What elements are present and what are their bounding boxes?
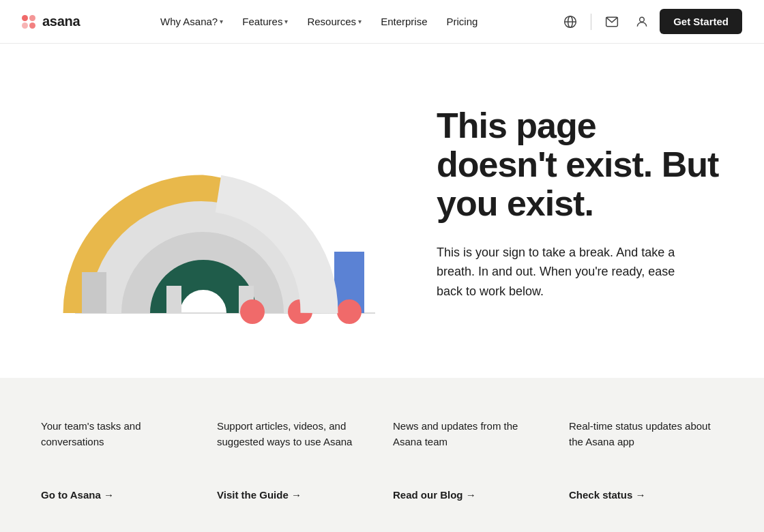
nav-link-resources[interactable]: Resources ▾: [299, 10, 370, 33]
error-text-section: This page doesn't exist. But you exist. …: [396, 106, 723, 301]
nav-divider: [591, 14, 591, 30]
footer-card-1: Support articles, videos, and suggested …: [217, 419, 371, 501]
nav-link-pricing[interactable]: Pricing: [439, 10, 486, 33]
footer-desc-3: Real-time status updates about the Asana…: [569, 419, 723, 449]
nav-right: Get Started: [558, 9, 742, 34]
footer-card-2: News and updates from the Asana team Rea…: [393, 419, 547, 501]
mail-button[interactable]: [600, 10, 624, 34]
footer-grid: Your team's tasks and conversations Go t…: [41, 419, 723, 501]
logo-dot-tl: [22, 15, 28, 21]
get-started-button[interactable]: Get Started: [660, 9, 742, 34]
pillar-left: [82, 272, 106, 313]
footer-section: Your team's tasks and conversations Go t…: [0, 378, 764, 532]
navbar: asana Why Asana? ▾ Features ▾ Resources …: [0, 0, 764, 44]
logo-dot-tr: [29, 15, 35, 21]
logo[interactable]: asana: [22, 14, 80, 29]
footer-desc-2: News and updates from the Asana team: [393, 419, 547, 449]
mail-icon: [605, 15, 619, 29]
footer-desc-0: Your team's tasks and conversations: [41, 419, 195, 449]
logo-dots: [22, 15, 37, 29]
svg-point-4: [640, 17, 645, 22]
footer-link-2[interactable]: Read our Blog →: [393, 489, 547, 501]
404-illustration: [41, 74, 382, 334]
nav-link-enterprise[interactable]: Enterprise: [372, 10, 435, 33]
nav-links: Why Asana? ▾ Features ▾ Resources ▾ Ente…: [152, 10, 486, 33]
circle-1: [240, 299, 265, 324]
globe-button[interactable]: [558, 10, 583, 34]
footer-card-3: Real-time status updates about the Asana…: [569, 419, 723, 501]
main-content: This page doesn't exist. But you exist. …: [0, 44, 764, 378]
error-body: This is your sign to take a break. And t…: [437, 243, 696, 301]
chevron-down-icon: ▾: [358, 18, 362, 25]
footer-card-0: Your team's tasks and conversations Go t…: [41, 419, 195, 501]
nav-link-features[interactable]: Features ▾: [234, 10, 296, 33]
footer-link-0[interactable]: Go to Asana →: [41, 489, 195, 501]
nav-link-why-asana[interactable]: Why Asana? ▾: [152, 10, 231, 33]
logo-text: asana: [42, 14, 80, 29]
globe-icon: [563, 15, 577, 29]
logo-dot-br: [29, 23, 35, 29]
user-button[interactable]: [630, 10, 654, 34]
footer-desc-1: Support articles, videos, and suggested …: [217, 419, 371, 449]
footer-link-1[interactable]: Visit the Guide →: [217, 489, 371, 501]
error-heading: This page doesn't exist. But you exist.: [437, 106, 723, 224]
pillar-inner-left: [166, 286, 181, 313]
user-icon: [635, 15, 649, 29]
circle-3: [337, 299, 362, 324]
chevron-down-icon: ▾: [284, 18, 288, 25]
logo-dot-bl: [22, 23, 28, 29]
illustration: [41, 74, 396, 334]
footer-link-3[interactable]: Check status →: [569, 489, 723, 501]
chevron-down-icon: ▾: [220, 18, 223, 25]
